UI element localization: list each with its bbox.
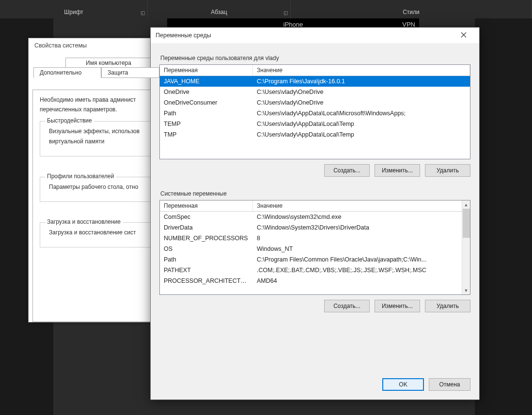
col-variable[interactable]: Переменная	[160, 200, 253, 211]
table-row[interactable]: TMPC:\Users\vlady\AppData\Local\Temp	[160, 129, 470, 140]
var-name: Path	[160, 109, 253, 118]
var-name: ComSpec	[160, 213, 253, 221]
system-vars-list[interactable]: Переменная Значение ComSpecC:\Windows\sy…	[159, 200, 470, 295]
close-button[interactable]	[453, 28, 474, 43]
user-vars-label: Переменные среды пользователя для vlady	[160, 55, 470, 61]
var-name: TMP	[160, 130, 253, 139]
var-name: Path	[160, 255, 253, 264]
cancel-button[interactable]: Отмена	[429, 378, 470, 391]
sys-delete-button[interactable]: Удалить	[425, 300, 470, 312]
table-row[interactable]: PathC:\Users\vlady\AppData\Local\Microso…	[160, 108, 470, 119]
var-value: C:\Users\vlady\OneDrive	[253, 88, 470, 96]
var-name: JAVA_HOME	[160, 77, 253, 86]
user-new-button[interactable]: Создать...	[324, 164, 370, 177]
var-value: C:\Users\vlady\AppData\Local\Microsoft\W…	[253, 109, 470, 118]
table-row[interactable]: TEMPC:\Users\vlady\AppData\Local\Temp	[160, 119, 470, 129]
scroll-up-icon[interactable]: ▲	[462, 200, 470, 209]
table-row[interactable]: DriverDataC:\Windows\System32\Drivers\Dr…	[160, 222, 470, 233]
ribbon-group-label: Стили	[403, 9, 420, 15]
user-delete-button[interactable]: Удалить	[425, 164, 470, 177]
environment-variables-dialog: Переменные среды Переменные среды пользо…	[150, 27, 480, 400]
var-value: Windows_NT	[253, 245, 470, 253]
var-value: .COM;.EXE;.BAT;.CMD;.VBS;.VBE;.JS;.JSE;.…	[253, 266, 470, 275]
var-name: DriverData	[160, 223, 253, 232]
var-name: OneDriveConsumer	[160, 98, 253, 107]
group-legend: Быстродействие	[45, 117, 94, 124]
ok-button[interactable]: OK	[382, 378, 424, 391]
dialog-launcher-icon[interactable]: ◱	[282, 11, 288, 16]
ribbon-group-label: Шрифт	[64, 9, 83, 15]
dialog-launcher-icon[interactable]: ◱	[140, 11, 145, 16]
ribbon-group-label: Абзац	[211, 9, 227, 15]
user-edit-button[interactable]: Изменить...	[375, 164, 420, 177]
ribbon-group-font: Шрифт ◱	[0, 0, 148, 18]
var-value: C:\Users\vlady\AppData\Local\Temp	[253, 120, 470, 128]
ribbon: Шрифт ◱ Абзац ◱ Стили	[0, 0, 532, 18]
table-row[interactable]: OneDriveConsumerC:\Users\vlady\OneDrive	[160, 97, 470, 108]
var-name: OS	[160, 245, 253, 253]
var-value: C:\Users\vlady\AppData\Local\Temp	[253, 130, 470, 139]
tab-computer-name[interactable]: Имя компьютера	[65, 58, 152, 68]
sys-new-button[interactable]: Создать...	[324, 300, 370, 312]
var-value: C:\Windows\System32\Drivers\DriverData	[253, 223, 470, 232]
var-value: AMD64	[253, 277, 470, 285]
col-variable[interactable]: Переменная	[160, 65, 253, 76]
ribbon-group-paragraph: Абзац ◱	[148, 0, 291, 18]
scroll-thumb[interactable]	[463, 209, 470, 238]
var-value: 8	[253, 234, 470, 243]
group-legend: Загрузка и восстановление	[45, 218, 123, 225]
var-value: C:\Users\vlady\OneDrive	[253, 98, 470, 107]
var-name: NUMBER_OF_PROCESSORS	[160, 234, 253, 243]
dialog-title: Переменные среды	[156, 32, 211, 39]
col-value[interactable]: Значение	[253, 65, 470, 76]
ribbon-group-styles: Стили	[291, 0, 532, 18]
var-name: OneDrive	[160, 88, 253, 96]
close-icon	[461, 31, 467, 39]
var-value: C:\Program Files\Common Files\Oracle\Jav…	[253, 255, 470, 264]
scrollbar[interactable]: ▲ ▼	[462, 200, 470, 294]
table-row[interactable]: PATHEXT.COM;.EXE;.BAT;.CMD;.VBS;.VBE;.JS…	[160, 265, 470, 276]
table-row[interactable]: PathC:\Program Files\Common Files\Oracle…	[160, 254, 470, 265]
var-name: PATHEXT	[160, 266, 253, 275]
table-row[interactable]: PROCESSOR_ARCHITECTU...AMD64	[160, 276, 470, 286]
var-value: C:\Windows\system32\cmd.exe	[253, 213, 470, 221]
user-vars-list[interactable]: Переменная Значение JAVA_HOMEC:\Program …	[159, 64, 470, 159]
table-row[interactable]: NUMBER_OF_PROCESSORS8	[160, 233, 470, 244]
tab-protection[interactable]: Защита	[101, 67, 159, 78]
table-row[interactable]: OSWindows_NT	[160, 244, 470, 254]
sys-edit-button[interactable]: Изменить...	[375, 300, 420, 312]
var-name: PROCESSOR_ARCHITECTU...	[160, 277, 253, 285]
table-row[interactable]: ComSpecC:\Windows\system32\cmd.exe	[160, 212, 470, 222]
scroll-down-icon[interactable]: ▼	[462, 286, 470, 294]
var-value: C:\Program Files\Java\jdk-16.0.1	[253, 77, 470, 86]
sys-vars-label: Системные переменные	[160, 190, 470, 197]
tab-advanced[interactable]: Дополнительно	[33, 67, 101, 78]
list-header: Переменная Значение	[160, 65, 470, 76]
col-value[interactable]: Значение	[253, 200, 470, 211]
table-row[interactable]: OneDriveC:\Users\vlady\OneDrive	[160, 87, 470, 97]
list-header: Переменная Значение	[160, 200, 470, 212]
table-row[interactable]: JAVA_HOMEC:\Program Files\Java\jdk-16.0.…	[160, 76, 470, 87]
var-name: TEMP	[160, 120, 253, 128]
group-legend: Профили пользователей	[45, 173, 116, 180]
dialog-titlebar: Переменные среды	[151, 28, 479, 43]
